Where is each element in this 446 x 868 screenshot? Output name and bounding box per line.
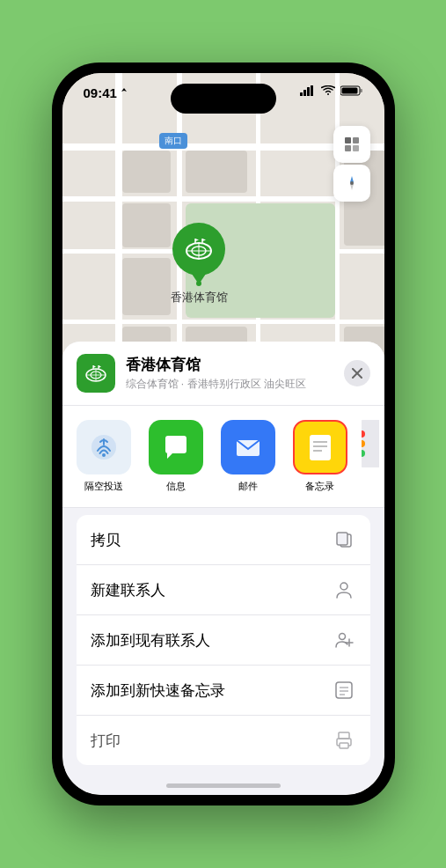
venue-card: 香港体育馆 综合体育馆 · 香港特别行政区 油尖旺区: [62, 342, 384, 406]
mail-label: 邮件: [238, 480, 258, 493]
bottom-sheet: 香港体育馆 综合体育馆 · 香港特别行政区 油尖旺区: [62, 342, 384, 795]
svg-rect-18: [353, 145, 359, 151]
venue-card-icon: [77, 354, 115, 393]
venue-name: 香港体育馆: [126, 355, 333, 375]
notes-icon: [304, 431, 336, 463]
phone-frame: 09:41: [52, 63, 395, 805]
close-button[interactable]: [344, 360, 370, 386]
venue-info: 香港体育馆 综合体育馆 · 香港特别行政区 油尖旺区: [126, 355, 333, 392]
action-add-notes[interactable]: 添加到新快速备忘录: [77, 666, 370, 716]
svg-marker-27: [99, 365, 101, 368]
svg-rect-38: [337, 533, 347, 545]
status-time: 09:41: [84, 85, 117, 100]
compass-icon: [343, 174, 361, 192]
quick-note-icon: [332, 678, 356, 702]
map-controls: [333, 126, 370, 202]
svg-point-39: [340, 583, 347, 590]
printer-icon: [332, 728, 356, 753]
svg-rect-43: [336, 682, 352, 698]
share-item-messages[interactable]: 信息: [145, 420, 207, 493]
share-row: 隔空投送 信息: [62, 406, 384, 508]
svg-rect-6: [341, 88, 357, 94]
map-layers-icon: [342, 135, 362, 154]
battery-icon: [340, 85, 363, 96]
location-icon: [120, 88, 128, 99]
map-location-label: 南口: [159, 133, 187, 149]
phone-screen: 09:41: [62, 73, 384, 795]
svg-point-19: [350, 181, 354, 185]
status-icons: [300, 85, 363, 96]
svg-rect-16: [353, 137, 359, 143]
action-print-label: 打印: [91, 731, 121, 751]
svg-marker-25: [93, 365, 96, 368]
action-add-existing[interactable]: 添加到现有联系人: [77, 615, 370, 666]
share-item-notes[interactable]: 备忘录: [289, 420, 351, 493]
venue-pin: 香港体育馆: [171, 223, 228, 305]
stadium-icon: [183, 233, 215, 265]
wifi-icon: [321, 85, 335, 96]
svg-marker-14: [202, 239, 206, 241]
svg-point-31: [102, 453, 106, 457]
signal-icon: [300, 85, 316, 96]
share-item-airdrop[interactable]: 隔空投送: [73, 420, 135, 493]
svg-rect-33: [310, 435, 331, 460]
share-item-mail[interactable]: 邮件: [217, 420, 279, 493]
action-new-contact-label: 新建联系人: [91, 580, 165, 600]
action-print[interactable]: 打印: [77, 716, 370, 765]
airdrop-label: 隔空投送: [84, 480, 123, 493]
dynamic-island: [171, 84, 276, 114]
action-add-notes-label: 添加到新快速备忘录: [91, 680, 225, 701]
share-item-more[interactable]: [362, 420, 379, 493]
location-button[interactable]: [333, 165, 370, 202]
svg-rect-49: [340, 743, 348, 748]
action-add-existing-label: 添加到现有联系人: [91, 630, 210, 651]
svg-rect-5: [360, 89, 362, 92]
home-indicator: [166, 783, 281, 788]
copy-icon: [332, 527, 356, 552]
svg-marker-12: [195, 239, 199, 241]
person-add-icon: [332, 628, 356, 652]
messages-icon: [160, 431, 192, 463]
action-list: 拷贝 新建联系人: [77, 515, 370, 765]
close-icon: [352, 368, 362, 379]
action-copy-label: 拷贝: [91, 530, 121, 550]
svg-rect-15: [345, 137, 351, 143]
svg-rect-3: [311, 85, 313, 96]
person-icon: [332, 577, 356, 602]
airdrop-icon: [88, 431, 120, 463]
venue-desc: 综合体育馆 · 香港特别行政区 油尖旺区: [126, 377, 333, 392]
notes-label: 备忘录: [305, 480, 334, 493]
svg-rect-2: [307, 87, 310, 96]
action-copy[interactable]: 拷贝: [77, 515, 370, 565]
action-new-contact[interactable]: 新建联系人: [77, 565, 370, 615]
svg-rect-1: [303, 90, 306, 96]
mail-icon: [232, 431, 264, 463]
messages-label: 信息: [166, 480, 186, 493]
map-type-button[interactable]: [333, 126, 370, 163]
svg-point-40: [339, 634, 345, 640]
svg-rect-0: [300, 92, 303, 96]
pin-label: 香港体育馆: [171, 290, 228, 305]
svg-rect-47: [339, 732, 349, 739]
svg-rect-17: [345, 145, 351, 151]
venue-stadium-icon: [84, 361, 108, 386]
